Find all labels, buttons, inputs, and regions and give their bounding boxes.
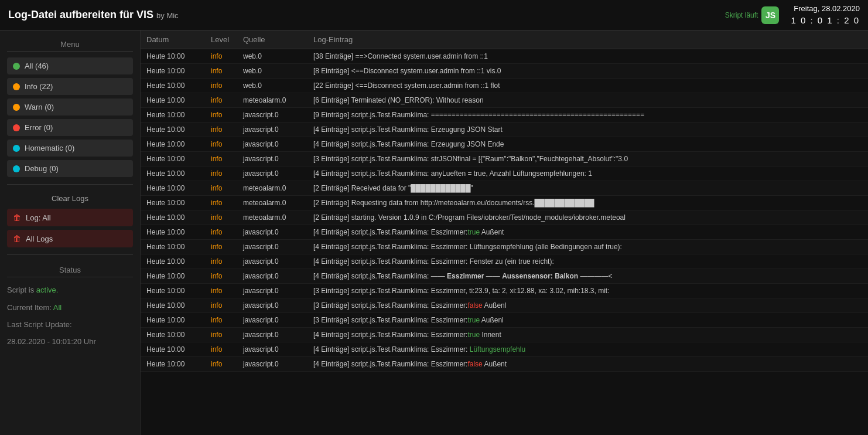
cell-level: info — [205, 225, 237, 240]
cell-datum: Heute 10:00 — [141, 284, 205, 298]
sidebar-item-homematic[interactable]: Homematic (0) — [7, 140, 133, 157]
date-display: Freitag, 28.02.2020 — [791, 4, 860, 14]
sidebar-item-all[interactable]: All (46) — [7, 57, 133, 74]
cell-quelle: meteoalarm.0 — [237, 210, 307, 225]
all-logs-button[interactable]: 🗑 All Logs — [7, 230, 133, 247]
time-display: 1 0 : 0 1 : 2 0 — [791, 14, 860, 26]
dot-cyan2-icon — [13, 165, 20, 172]
cell-quelle: javascript.0 — [237, 225, 307, 240]
cell-datum: Heute 10:00 — [141, 240, 205, 254]
cell-datum: Heute 10:00 — [141, 342, 205, 357]
status-active-line: Script is active. — [7, 283, 133, 297]
table-row: Heute 10:00infojavascript.0[4 Einträge] … — [141, 225, 868, 240]
dot-green-icon — [13, 63, 20, 70]
log-area: Datum Level Quelle Log-Eintrag Heute 10:… — [141, 30, 868, 435]
cell-level: info — [205, 166, 237, 181]
cell-log: [3 Einträge] script.js.Test.Raumklima: E… — [307, 298, 868, 313]
cell-quelle: javascript.0 — [237, 137, 307, 152]
cell-quelle: meteoalarm.0 — [237, 196, 307, 210]
cell-quelle: javascript.0 — [237, 152, 307, 166]
status-last-update-value: 28.02.2020 - 10:01:20 Uhr — [7, 335, 133, 348]
cell-log: [4 Einträge] script.js.Test.Raumklima: a… — [307, 166, 868, 181]
col-header-level: Level — [205, 30, 237, 49]
cell-datum: Heute 10:00 — [141, 93, 205, 108]
table-row: Heute 10:00infometeoalarm.0[2 Einträge] … — [141, 210, 868, 225]
cell-level: info — [205, 284, 237, 298]
cell-log: [3 Einträge] script.js.Test.Raumklima: s… — [307, 152, 868, 166]
cell-level: info — [205, 137, 237, 152]
cell-log: [22 Einträge] <==Disconnect system.user.… — [307, 79, 868, 93]
cell-level: info — [205, 254, 237, 269]
sidebar-item-warn[interactable]: Warn (0) — [7, 98, 133, 115]
table-row: Heute 10:00infometeoalarm.0[2 Einträge] … — [141, 181, 868, 196]
divider-1 — [7, 184, 133, 185]
cell-log: [4 Einträge] script.js.Test.Raumklima: E… — [307, 123, 868, 137]
app-title: Log-Datei aufbereiten für VIS by Mic — [8, 9, 179, 21]
cell-log: [4 Einträge] script.js.Test.Raumklima: E… — [307, 137, 868, 152]
js-badge: JS — [761, 6, 779, 24]
cell-level: info — [205, 210, 237, 225]
cell-quelle: javascript.0 — [237, 166, 307, 181]
cell-level: info — [205, 123, 237, 137]
cell-datum: Heute 10:00 — [141, 123, 205, 137]
cell-quelle: meteoalarm.0 — [237, 93, 307, 108]
table-row: Heute 10:00infojavascript.0[4 Einträge] … — [141, 240, 868, 254]
cell-datum: Heute 10:00 — [141, 357, 205, 372]
sidebar-item-debug[interactable]: Debug (0) — [7, 160, 133, 177]
table-header-row: Datum Level Quelle Log-Eintrag — [141, 30, 868, 49]
cell-log: [4 Einträge] script.js.Test.Raumklima: —… — [307, 269, 868, 284]
datetime-display: Freitag, 28.02.2020 1 0 : 0 1 : 2 0 — [791, 4, 860, 26]
log-table: Datum Level Quelle Log-Eintrag Heute 10:… — [141, 30, 868, 372]
cell-quelle: web.0 — [237, 49, 307, 64]
cell-level: info — [205, 240, 237, 254]
table-row: Heute 10:00infojavascript.0[4 Einträge] … — [141, 328, 868, 342]
dot-red-icon — [13, 124, 20, 131]
cell-log: [2 Einträge] starting. Version 1.0.9 in … — [307, 210, 868, 225]
table-row: Heute 10:00infojavascript.0[3 Einträge] … — [141, 313, 868, 328]
table-row: Heute 10:00infojavascript.0[4 Einträge] … — [141, 269, 868, 284]
dot-cyan-icon — [13, 145, 20, 152]
cell-log: [4 Einträge] script.js.Test.Raumklima: E… — [307, 240, 868, 254]
table-row: Heute 10:00infojavascript.0[3 Einträge] … — [141, 284, 868, 298]
trash2-icon: 🗑 — [13, 234, 21, 243]
trash-icon: 🗑 — [13, 213, 21, 222]
cell-datum: Heute 10:00 — [141, 269, 205, 284]
cell-datum: Heute 10:00 — [141, 108, 205, 123]
cell-log: [8 Einträge] <==Disconnect system.user.a… — [307, 64, 868, 79]
cell-level: info — [205, 93, 237, 108]
main-layout: Menu All (46) Info (22) Warn (0) Error (… — [0, 30, 868, 435]
cell-quelle: javascript.0 — [237, 108, 307, 123]
status-title: Status — [7, 262, 133, 277]
cell-datum: Heute 10:00 — [141, 225, 205, 240]
cell-log: [4 Einträge] script.js.Test.Raumklima: E… — [307, 342, 868, 357]
cell-level: info — [205, 269, 237, 284]
cell-level: info — [205, 298, 237, 313]
cell-quelle: javascript.0 — [237, 269, 307, 284]
sidebar-item-error[interactable]: Error (0) — [7, 119, 133, 136]
clear-logs-title: Clear Logs — [7, 192, 133, 205]
cell-level: info — [205, 49, 237, 64]
cell-datum: Heute 10:00 — [141, 137, 205, 152]
cell-datum: Heute 10:00 — [141, 298, 205, 313]
log-all-button[interactable]: 🗑 Log: All — [7, 209, 133, 226]
cell-datum: Heute 10:00 — [141, 328, 205, 342]
cell-level: info — [205, 357, 237, 372]
cell-quelle: javascript.0 — [237, 298, 307, 313]
col-header-datum: Datum — [141, 30, 205, 49]
cell-log: [3 Einträge] script.js.Test.Raumklima: E… — [307, 284, 868, 298]
dot-orange-icon — [13, 104, 20, 111]
cell-quelle: javascript.0 — [237, 328, 307, 342]
cell-quelle: web.0 — [237, 79, 307, 93]
table-row: Heute 10:00infoweb.0[8 Einträge] <==Disc… — [141, 64, 868, 79]
table-row: Heute 10:00infojavascript.0[4 Einträge] … — [141, 254, 868, 269]
cell-quelle: javascript.0 — [237, 357, 307, 372]
cell-datum: Heute 10:00 — [141, 49, 205, 64]
header: Log-Datei aufbereiten für VIS by Mic Skr… — [0, 0, 868, 30]
cell-log: [9 Einträge] script.js.Test.Raumklima: =… — [307, 108, 868, 123]
cell-log: [2 Einträge] Requesting data from http:/… — [307, 196, 868, 210]
cell-level: info — [205, 181, 237, 196]
cell-datum: Heute 10:00 — [141, 313, 205, 328]
col-header-log: Log-Eintrag — [307, 30, 868, 49]
sidebar-item-info[interactable]: Info (22) — [7, 78, 133, 95]
cell-datum: Heute 10:00 — [141, 181, 205, 196]
